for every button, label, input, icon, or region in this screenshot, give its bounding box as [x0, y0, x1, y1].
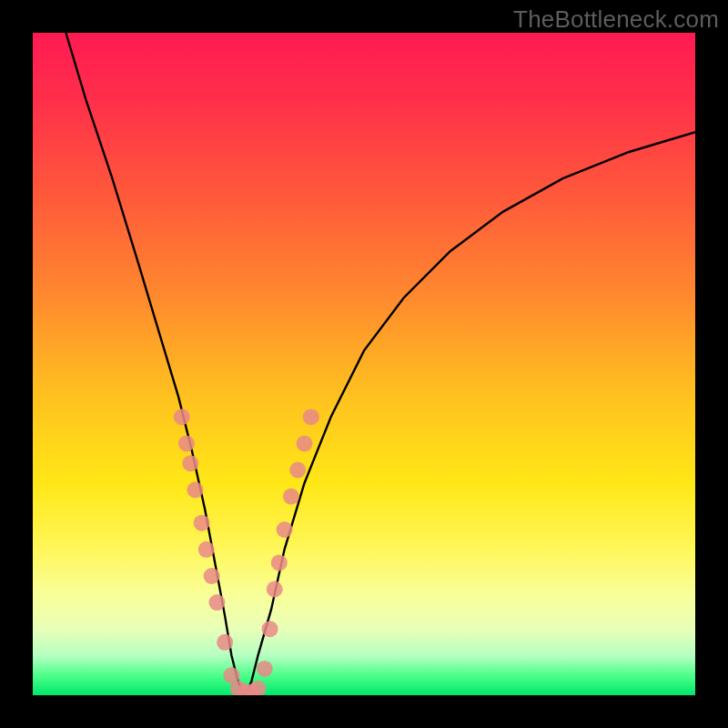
highlight-markers [174, 409, 319, 695]
watermark-text: TheBottleneck.com [513, 5, 719, 34]
marker-point [178, 435, 195, 451]
marker-point [257, 661, 273, 677]
marker-point [267, 581, 283, 598]
marker-point [289, 462, 306, 479]
marker-point [182, 455, 198, 471]
plot-area [33, 33, 695, 695]
marker-point [198, 541, 215, 558]
marker-point [271, 554, 288, 571]
marker-point [297, 435, 313, 451]
marker-point [194, 515, 210, 531]
marker-point [204, 568, 220, 584]
marker-point [303, 409, 319, 425]
marker-point [283, 489, 299, 505]
bottleneck-curve-path [66, 33, 695, 695]
marker-point [250, 681, 267, 695]
marker-point [277, 521, 293, 538]
marker-point [174, 409, 190, 425]
marker-point [262, 621, 278, 637]
curve-svg [33, 33, 695, 695]
chart-frame: TheBottleneck.com [0, 0, 728, 728]
marker-point [187, 481, 203, 498]
marker-point [217, 634, 233, 651]
marker-point [208, 594, 225, 611]
